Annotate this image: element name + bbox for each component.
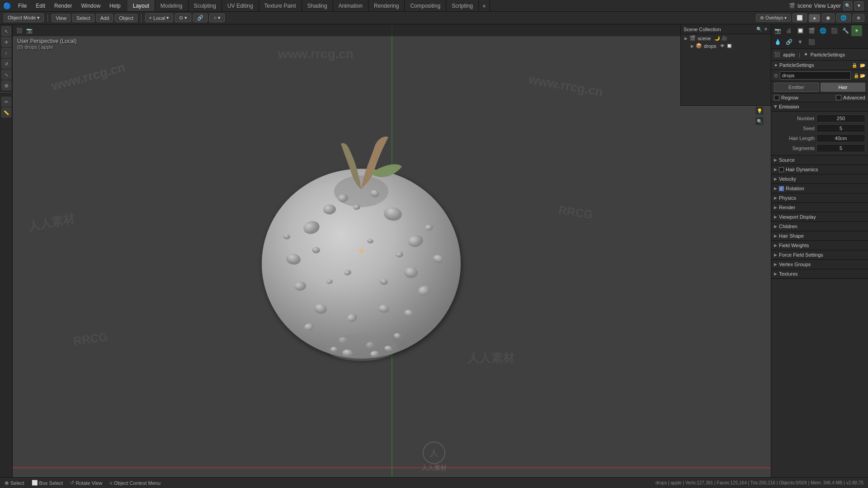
velocity-section[interactable]: ▶ Velocity — [771, 174, 868, 184]
textures-section[interactable]: ▶ Textures — [771, 269, 868, 279]
filter-icon-btn[interactable]: ▼ — [854, 1, 863, 10]
tool-transform[interactable]: ⊞ — [1, 80, 11, 90]
props-tab-world[interactable]: 🌐 — [817, 25, 828, 36]
toolbar-object-btn[interactable]: Object — [115, 14, 137, 22]
add-workspace-btn[interactable]: + — [479, 0, 490, 11]
tab-scripting[interactable]: Scripting — [446, 0, 479, 11]
tool-scale[interactable]: ⤡ — [1, 70, 11, 80]
rotation-checkbox[interactable]: ✓ — [779, 186, 784, 191]
tab-uv-editing[interactable]: UV Editing — [222, 0, 259, 11]
toolbar-select-btn[interactable]: Select — [72, 14, 94, 22]
particle-browse[interactable]: 📂 — [860, 73, 865, 78]
regrow-checkbox-label[interactable]: Regrow — [774, 95, 798, 100]
outliner-arrow-scene: ▶ — [684, 36, 688, 41]
toolbar-mode-btn[interactable]: Object Mode ▾ — [4, 14, 44, 22]
force-field-settings-section[interactable]: ▶ Force Field Settings — [771, 250, 868, 260]
rotate-view-status-item: ↺ Rotate View — [70, 480, 102, 486]
tab-rendering[interactable]: Rendering — [368, 0, 405, 11]
props-tab-render[interactable]: 📷 — [772, 25, 783, 36]
outliner-item-scene[interactable]: ▶ 🎬 scene 🌙 🎥 — [681, 34, 771, 42]
tool-move[interactable]: ↕ — [1, 48, 11, 58]
hair-tab-btn[interactable]: Hair — [821, 83, 865, 92]
source-section[interactable]: ▶ Source — [771, 155, 868, 165]
tab-sculpting[interactable]: Sculpting — [189, 0, 222, 11]
viewport-shading-render[interactable]: 🌐 — [836, 14, 851, 22]
props-tab-physics[interactable]: 💧 — [772, 37, 783, 47]
menu-edit[interactable]: Edit — [31, 2, 50, 10]
viewport[interactable]: ⬛ 📷 User Perspective (Local) (0) drops |… — [13, 24, 771, 477]
tool-annotate[interactable]: ✏ — [1, 97, 11, 107]
viewport-icon-light[interactable]: 💡 — [755, 106, 764, 115]
props-tab-output[interactable]: 🖨 — [783, 25, 794, 36]
tab-animation[interactable]: Animation — [333, 0, 368, 11]
number-input[interactable]: 250 — [816, 114, 865, 122]
watermark-5: RRCG — [558, 203, 594, 222]
viewport-shading-solid[interactable]: ● — [809, 14, 820, 22]
gizmo-toggle[interactable]: ⊕ — [853, 14, 864, 22]
viewport-icon-search[interactable]: 🔍 — [755, 117, 764, 126]
props-tab-data[interactable]: ▼ — [795, 37, 806, 47]
pivot-point-btn[interactable]: ⊙ ▾ — [175, 14, 191, 22]
settings-name-label: ParticleSettings — [811, 52, 845, 57]
vertex-groups-section[interactable]: ▶ Vertex Groups — [771, 260, 868, 269]
outliner-search-icon[interactable]: 🔍 — [756, 27, 762, 32]
search-icon-btn[interactable]: 🔍 — [843, 1, 852, 10]
props-tab-modifier[interactable]: 🔧 — [840, 25, 851, 36]
render-section[interactable]: ▶ Render — [771, 203, 868, 212]
select-status-item: ◉ Select — [5, 480, 24, 486]
emitter-tab-btn[interactable]: Emitter — [774, 83, 819, 92]
outliner-filter-icon[interactable]: ▼ — [764, 27, 768, 32]
advanced-checkbox[interactable] — [836, 95, 841, 100]
particle-fake-user[interactable]: 🔒 — [854, 73, 859, 78]
app-icon[interactable]: 🔵 — [1, 0, 13, 12]
svg-point-33 — [330, 347, 338, 352]
props-tab-particles[interactable]: ✴ — [851, 25, 862, 36]
tool-measure[interactable]: 📏 — [1, 108, 11, 117]
segments-input[interactable]: 5 — [816, 144, 865, 152]
children-section[interactable]: ▶ Children — [771, 222, 868, 231]
tab-modeling[interactable]: Modeling — [155, 0, 189, 11]
props-tab-viewlayer[interactable]: 🔲 — [795, 25, 806, 36]
outliner-item-drops[interactable]: ▶ 📦 drops 👁 🔲 — [688, 42, 771, 50]
menu-file[interactable]: File — [14, 2, 31, 10]
tool-rotate[interactable]: ↺ — [1, 59, 11, 69]
props-tab-constraints[interactable]: 🔗 — [783, 37, 794, 47]
props-tab-object[interactable]: ⬛ — [829, 25, 840, 36]
hair-shape-section[interactable]: ▶ Hair Shape — [771, 231, 868, 241]
particle-name-input[interactable] — [780, 71, 851, 80]
force-field-settings-arrow: ▶ — [774, 253, 777, 257]
viewport-display-section[interactable]: ▶ Viewport Display — [771, 212, 868, 222]
regrow-label: Regrow — [781, 95, 798, 100]
rotation-section[interactable]: ▶ ✓ Rotation — [771, 184, 868, 193]
props-tab-material[interactable]: ⬛ — [806, 37, 817, 47]
tab-compositing[interactable]: Compositing — [405, 0, 446, 11]
hair-length-input[interactable]: 40cm — [816, 134, 865, 142]
seed-input[interactable]: 5 — [816, 124, 865, 132]
tab-texture-paint[interactable]: Texture Paint — [259, 0, 302, 11]
viewport-shading-material[interactable]: ◉ — [822, 14, 835, 22]
field-weights-section[interactable]: ▶ Field Weights — [771, 241, 868, 250]
menu-window[interactable]: Window — [76, 2, 105, 10]
menu-help[interactable]: Help — [105, 2, 125, 10]
transform-orientation-btn[interactable]: ⌖ Local ▾ — [145, 14, 173, 22]
tab-shading[interactable]: Shading — [302, 0, 333, 11]
toolbar-add-btn[interactable]: Add — [96, 14, 113, 22]
tab-layout[interactable]: Layout — [127, 0, 155, 11]
ps-browse-icon[interactable]: 📂 — [860, 63, 865, 68]
emission-section-header[interactable]: ▶ Emission — [771, 102, 868, 112]
hair-dynamics-section[interactable]: ▶ Hair Dynamics — [771, 165, 868, 174]
proportional-btn[interactable]: ○ ▾ — [209, 14, 225, 22]
regrow-checkbox[interactable] — [774, 95, 779, 100]
hair-dynamics-checkbox[interactable] — [779, 167, 784, 172]
tool-select[interactable]: ↖ — [1, 26, 11, 36]
tool-cursor[interactable]: ✛ — [1, 37, 11, 47]
menu-render[interactable]: Render — [50, 2, 76, 10]
ps-fake-user-icon[interactable]: 🔒 — [852, 63, 857, 68]
physics-section[interactable]: ▶ Physics — [771, 193, 868, 203]
overlay-toggle[interactable]: ⚙ Overlays ▾ — [756, 14, 791, 22]
snap-btn[interactable]: 🔗 — [193, 14, 208, 22]
advanced-checkbox-label[interactable]: Advanced — [836, 95, 865, 100]
props-tab-scene[interactable]: 🎬 — [806, 25, 817, 36]
viewport-shading-wire[interactable]: ⬜ — [793, 14, 807, 22]
toolbar-view-btn[interactable]: View — [52, 14, 71, 22]
